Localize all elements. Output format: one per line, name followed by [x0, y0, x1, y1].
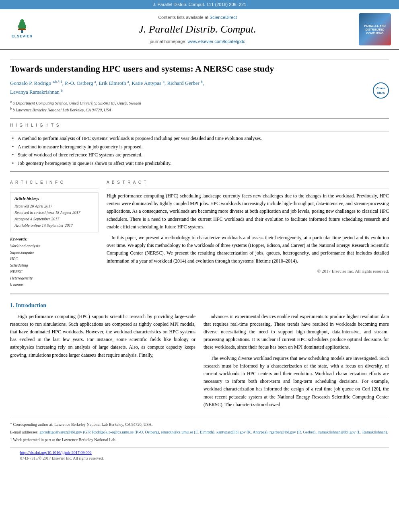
article-info-label: A R T I C L E I N F O — [10, 180, 99, 185]
abstract-column: A B S T R A C T High performance computi… — [107, 176, 389, 288]
cover-text: PARALLEL AND DISTRIBUTED COMPUTING — [359, 23, 391, 37]
keyword-7: k-means — [10, 281, 99, 288]
author-elmroth: Erik Elmroth a — [99, 80, 129, 86]
divider-1 — [10, 60, 389, 60]
abstract-label: A B S T R A C T — [107, 180, 389, 185]
keyword-3: HPC — [10, 256, 99, 262]
article-title: Towards understanding HPC users and syst… — [10, 63, 389, 75]
email-label: E-mail addresses: — [10, 430, 39, 434]
crossmark-badge[interactable]: CrossMark — [373, 82, 389, 99]
journal-citation: J. Parallel Distrib. Comput. 111 (2018) … — [153, 2, 246, 7]
top-bar: J. Parallel Distrib. Comput. 111 (2018) … — [0, 0, 399, 9]
available-date: Available online 14 September 2017 — [14, 222, 94, 229]
header-left: ELSEVIER — [8, 18, 36, 41]
issn-line: 0743-7315/© 2017 Elsevier Inc. All right… — [20, 456, 379, 461]
intro-col-right: advances in experimental devices enable … — [204, 313, 389, 412]
intro-two-col: High performance computing (HPC) support… — [10, 313, 389, 412]
copyright-line: © 2017 Elsevier Inc. All rights reserved… — [107, 268, 389, 274]
intro-col-left: High performance computing (HPC) support… — [10, 313, 195, 412]
highlight-item-1: A method to perform analysis of HPC syst… — [12, 135, 389, 142]
keywords-box: Keywords: Workload analysis Supercompute… — [10, 236, 99, 288]
footnote-email-links[interactable]: gprodrigoalvarez@lbl.gov (G.P. Rodrigo),… — [39, 430, 388, 434]
intro-p1: High performance computing (HPC) support… — [10, 313, 195, 359]
doi-link[interactable]: http://dx.doi.org/10.1016/j.jpdc.2017.09… — [20, 450, 92, 455]
homepage-link[interactable]: www.elsevier.com/locate/jpdc — [188, 39, 245, 44]
footnote-corr: * Corresponding author at: Lawrence Berk… — [10, 421, 389, 428]
author-ostberg: P.-O. Östberg a — [65, 80, 96, 86]
divider-art-info — [10, 189, 99, 189]
sciencedirect-line: Contents lists available at ScienceDirec… — [36, 14, 359, 21]
accepted-date: Accepted 4 September 2017 — [14, 216, 94, 222]
sciencedirect-label: Contents lists available at — [158, 15, 210, 20]
highlight-item-4: Job geometry heterogeneity in queue is s… — [12, 160, 389, 167]
highlight-item-2: A method to measure heterogeneity in job… — [12, 144, 389, 150]
intro-p2: advances in experimental devices enable … — [204, 313, 389, 351]
bottom-bar: http://dx.doi.org/10.1016/j.jpdc.2017.09… — [10, 447, 389, 464]
journal-homepage: journal homepage: www.elsevier.com/locat… — [36, 39, 359, 45]
divider-body — [10, 294, 389, 294]
abstract-text: High performance computing (HPC) schedul… — [107, 192, 389, 265]
section-title-text: Introduction — [16, 302, 46, 308]
received-date: Received 20 April 2017 — [14, 203, 94, 210]
highlights-label: H I G H L I G H T S — [10, 123, 389, 128]
sciencedirect-link[interactable]: ScienceDirect — [210, 15, 237, 20]
divider-highlights-top — [10, 118, 389, 119]
divider-article-info — [10, 171, 389, 172]
crossmark-label: CrossMark — [376, 86, 386, 95]
journal-name: J. Parallel Distrib. Comput. — [36, 22, 359, 37]
article-info-box: Article history: Received 20 April 2017 … — [10, 192, 99, 232]
keyword-1: Workload analysis — [10, 243, 99, 249]
author-ramakrishnan: Lavanya Ramakrishnan b — [10, 89, 63, 95]
footnotes-section: * Corresponding author at: Lawrence Berk… — [10, 418, 389, 443]
svg-rect-4 — [18, 29, 26, 30]
divider-highlights-sub — [10, 131, 389, 132]
svg-point-3 — [20, 19, 24, 23]
footnote-work: 1 Work performed in part at the Lawrence… — [10, 437, 389, 443]
keyword-4: Scheduling — [10, 262, 99, 269]
article-info-abstract-section: A R T I C L E I N F O Article history: R… — [10, 176, 389, 288]
footnote-emails: E-mail addresses: gprodrigoalvarez@lbl.g… — [10, 429, 389, 435]
affiliation-a: a a Department Computing Science, Umeå U… — [10, 100, 389, 106]
abstract-p1: High performance computing (HPC) schedul… — [107, 192, 389, 231]
doi-line: http://dx.doi.org/10.1016/j.jpdc.2017.09… — [20, 450, 379, 456]
affiliation-b: b b Lawrence Berkeley National Lab Berke… — [10, 107, 389, 113]
page: J. Parallel Distrib. Comput. 111 (2018) … — [0, 0, 399, 532]
header-center: Contents lists available at ScienceDirec… — [36, 14, 359, 45]
section-number: 1. — [10, 302, 14, 308]
revised-date: Received in revised form 18 August 2017 — [14, 210, 94, 216]
abstract-p2: In this paper, we present a methodology … — [107, 234, 389, 265]
keywords-title: Keywords: — [10, 236, 99, 242]
keyword-6: Heterogeneity — [10, 275, 99, 281]
keyword-5: NERSC — [10, 269, 99, 275]
introduction-section: 1. Introduction High performance computi… — [10, 302, 389, 412]
article-info-column: A R T I C L E I N F O Article history: R… — [10, 176, 99, 288]
author-rodrigo: Gonzalo P. Rodrigo a,b,*,1 — [10, 80, 62, 86]
author-gerber: Richard Gerber b — [167, 80, 202, 86]
journal-header: ELSEVIER Contents lists available at Sci… — [0, 9, 399, 50]
elsevier-logo: ELSEVIER — [8, 18, 36, 41]
keyword-2: Supercomputer — [10, 249, 99, 256]
affiliations: a a Department Computing Science, Umeå U… — [10, 100, 389, 113]
elsevier-wordmark: ELSEVIER — [12, 34, 33, 39]
main-content: Towards understanding HPC users and syst… — [0, 50, 399, 470]
history-title: Article history: — [14, 196, 94, 201]
divider-abstract — [107, 189, 389, 189]
journal-cover-image: PARALLEL AND DISTRIBUTED COMPUTING — [359, 13, 391, 45]
highlights-list: A method to perform analysis of HPC syst… — [10, 135, 389, 167]
homepage-label: journal homepage: — [150, 39, 187, 44]
introduction-title: 1. Introduction — [10, 302, 389, 310]
highlight-item-3: State of workload of three reference HPC… — [12, 152, 389, 158]
authors: Gonzalo P. Rodrigo a,b,*,1, P.-O. Östber… — [10, 79, 389, 97]
intro-p3: The evolving diverse workload requires t… — [204, 355, 389, 409]
svg-rect-0 — [21, 30, 23, 33]
author-antypas: Katie Antypas b — [132, 80, 165, 86]
elsevier-tree-icon — [12, 18, 32, 34]
